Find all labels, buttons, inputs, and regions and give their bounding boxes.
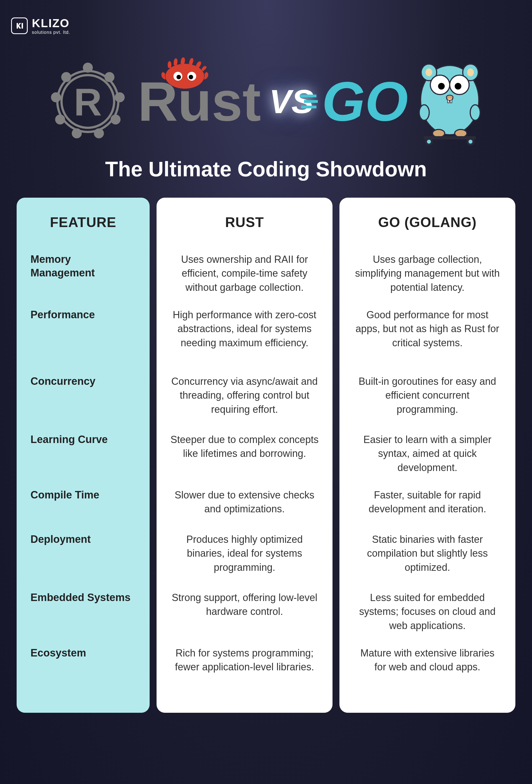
go-speed-lines-icon: [300, 93, 319, 110]
feature-header: FEATURE: [30, 214, 136, 230]
go-cell-text: Static binaries with faster compilation …: [353, 533, 502, 575]
svg-point-22: [425, 68, 432, 76]
feature-label-row: Learning Curve: [30, 433, 136, 488]
svg-point-28: [455, 83, 461, 89]
svg-point-16: [189, 75, 193, 79]
rust-cell-text: Rich for systems programming; fewer appl…: [170, 646, 319, 674]
feature-label: Memory Management: [30, 253, 136, 280]
go-column: GO (GOLANG) Uses garbage collection, sim…: [339, 198, 515, 713]
rust-cell-text: Strong support, offering low-level hardw…: [170, 591, 319, 619]
feature-label: Compile Time: [30, 488, 136, 502]
svg-rect-17: [300, 94, 317, 97]
feature-label-row: Deployment: [30, 533, 136, 591]
svg-point-32: [419, 105, 429, 120]
go-cell-row: Static binaries with faster compilation …: [353, 533, 502, 591]
svg-point-9: [53, 94, 59, 101]
feature-label: Performance: [30, 308, 136, 321]
feature-label-row: Performance: [30, 308, 136, 374]
feature-label-row: Ecosystem: [30, 646, 136, 696]
feature-label: Deployment: [30, 533, 136, 546]
go-cell-text: Less suited for embedded systems; focuse…: [353, 591, 502, 633]
rust-title: Rust: [138, 74, 261, 129]
svg-point-7: [73, 130, 80, 137]
logo-tagline: solutions pvt. ltd.: [32, 30, 70, 35]
go-cell-text: Good performance for most apps, but not …: [353, 308, 502, 350]
feature-label: Ecosystem: [30, 646, 136, 660]
svg-point-35: [455, 130, 467, 137]
rust-column: RUST Uses ownership and RAII for efficie…: [156, 198, 332, 713]
svg-rect-18: [304, 100, 318, 103]
svg-point-24: [467, 68, 474, 76]
svg-point-8: [57, 116, 63, 123]
go-cell-text: Faster, suitable for rapid development a…: [353, 488, 502, 516]
go-cell-row: Less suited for embedded systems; focuse…: [353, 591, 502, 646]
ferris-crab-icon: [160, 43, 210, 79]
svg-point-40: [469, 140, 472, 144]
rust-cell-text: Produces highly optimized binaries, idea…: [170, 533, 319, 575]
svg-rect-31: [450, 100, 452, 103]
go-cell-row: Mature with extensive libraries for web …: [353, 646, 502, 696]
svg-point-33: [470, 105, 480, 120]
feature-label: Learning Curve: [30, 433, 136, 446]
go-cell-text: Easier to learn with a simpler syntax, a…: [353, 433, 502, 475]
hero-section: R: [11, 57, 521, 181]
svg-point-26: [438, 83, 445, 89]
svg-point-6: [96, 130, 102, 137]
go-header: GO (GOLANG): [353, 214, 502, 230]
rust-cell-text: Concurrency via async/await and threadin…: [170, 374, 319, 416]
svg-text:R: R: [74, 80, 102, 124]
feature-label: Embedded Systems: [30, 591, 136, 604]
go-cell-row: Easier to learn with a simpler syntax, a…: [353, 433, 502, 488]
svg-point-2: [85, 64, 91, 71]
feature-label-row: Embedded Systems: [30, 591, 136, 646]
rust-cell-row: Rich for systems programming; fewer appl…: [170, 646, 319, 696]
comparison-table: FEATURE Memory ManagementPerformanceConc…: [11, 198, 521, 713]
rust-gear-icon: R: [46, 60, 129, 143]
rust-cell-row: Produces highly optimized binaries, idea…: [170, 533, 319, 591]
feature-label-row: Concurrency: [30, 374, 136, 433]
feature-column: FEATURE Memory ManagementPerformanceConc…: [17, 198, 150, 713]
hero-subtitle: The Ultimate Coding Showdown: [11, 157, 521, 181]
rust-cell-text: Uses ownership and RAII for efficient, c…: [170, 253, 319, 295]
go-cell-row: Built-in goroutines for easy and efficie…: [353, 374, 502, 433]
go-cell-row: Uses garbage collection, simplifying man…: [353, 253, 502, 308]
svg-point-14: [177, 75, 181, 79]
svg-point-4: [116, 94, 123, 101]
go-cell-text: Uses garbage collection, simplifying man…: [353, 253, 502, 295]
feature-label-row: Compile Time: [30, 488, 136, 533]
svg-rect-19: [301, 106, 317, 108]
svg-point-10: [63, 74, 69, 80]
rust-cell-text: High performance with zero-cost abstract…: [170, 308, 319, 350]
logo-icon: [11, 18, 28, 34]
svg-point-38: [427, 140, 431, 144]
go-cell-row: Good performance for most apps, but not …: [353, 308, 502, 374]
rust-cell-row: Concurrency via async/await and threadin…: [170, 374, 319, 433]
svg-rect-30: [447, 100, 449, 103]
rust-cell-row: High performance with zero-cost abstract…: [170, 308, 319, 374]
go-cell-text: Mature with extensive libraries for web …: [353, 646, 502, 674]
rust-cell-row: Uses ownership and RAII for efficient, c…: [170, 253, 319, 308]
go-cell-row: Faster, suitable for rapid development a…: [353, 488, 502, 533]
rust-cell-text: Steeper due to complex concepts like lif…: [170, 433, 319, 461]
svg-point-34: [433, 130, 445, 137]
svg-point-3: [106, 74, 113, 80]
feature-label-row: Memory Management: [30, 253, 136, 308]
rust-cell-row: Slower due to extensive checks and optim…: [170, 488, 319, 533]
rust-cell-row: Strong support, offering low-level hardw…: [170, 591, 319, 646]
rust-header: RUST: [170, 214, 319, 230]
rust-cell-row: Steeper due to complex concepts like lif…: [170, 433, 319, 488]
go-title: GO: [322, 74, 408, 129]
svg-point-5: [112, 116, 119, 123]
feature-label: Concurrency: [30, 374, 136, 388]
gopher-mascot-icon: [414, 57, 486, 146]
brand-logo: KLIZO solutions pvt. ltd.: [11, 17, 521, 35]
logo-name: KLIZO: [32, 17, 70, 30]
go-cell-text: Built-in goroutines for easy and efficie…: [353, 374, 502, 416]
rust-cell-text: Slower due to extensive checks and optim…: [170, 488, 319, 516]
